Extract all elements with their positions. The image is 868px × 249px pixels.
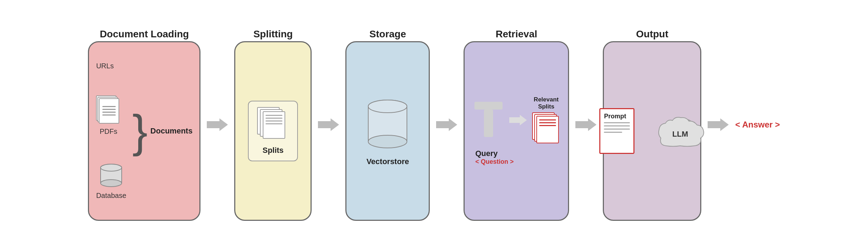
arrow-1 xyxy=(207,118,228,131)
doc-loading-title: Document Loading xyxy=(100,29,189,40)
source-pdfs: PDFs xyxy=(96,95,121,136)
stage-doc-loading: Document Loading URLs xyxy=(88,29,200,221)
llm-group: LLM xyxy=(656,113,705,149)
arrow-3 xyxy=(436,118,457,131)
cloud-svg: LLM xyxy=(656,113,705,149)
arrow-svg-4 xyxy=(575,118,596,131)
doc-loading-inner: URLs xyxy=(96,49,192,213)
question-label: < Question > xyxy=(475,158,513,166)
pdf-icon xyxy=(96,95,121,125)
pdfs-label: PDFs xyxy=(100,127,117,136)
inner-arrow-svg xyxy=(509,115,527,125)
cylinder-icon xyxy=(361,96,414,154)
pdf-page1 xyxy=(99,98,119,124)
query-section: Query < Question > xyxy=(472,149,561,166)
prompt-line-1 xyxy=(604,122,630,123)
svg-point-10 xyxy=(368,135,407,148)
query-arrow-svg xyxy=(473,100,504,139)
stage-retrieval: Retrieval xyxy=(464,29,569,221)
prompt-label: Prompt xyxy=(604,113,626,120)
arrow-svg-2 xyxy=(318,118,339,131)
relevant-splits-title: Relevant Splits xyxy=(534,96,559,110)
output-title: Output xyxy=(636,29,669,40)
splits-label: Splits xyxy=(262,146,283,155)
splitting-box: Splits xyxy=(234,41,312,221)
splits-icon xyxy=(257,107,289,142)
rel-splits-icon xyxy=(532,112,560,144)
retrieval-top-row: Relevant Splits xyxy=(472,96,561,144)
vectorstore-label: Vectorstore xyxy=(366,157,409,166)
arrow-5 xyxy=(708,118,729,131)
relevant-splits-group: Relevant Splits xyxy=(532,96,560,144)
svg-rect-15 xyxy=(474,102,503,110)
stage-storage: Storage Vectorstore xyxy=(345,29,430,221)
storage-title: Storage xyxy=(369,29,406,40)
svg-marker-18 xyxy=(575,118,596,131)
prompt-group: Prompt xyxy=(599,108,634,154)
arrow-svg-1 xyxy=(207,118,228,131)
query-label: Query xyxy=(475,149,498,158)
diagram-container: Document Loading URLs xyxy=(0,0,868,249)
source-urls: URLs xyxy=(96,62,114,70)
prompt-line-4 xyxy=(604,132,622,133)
cylinder-svg xyxy=(361,96,414,152)
stage-splitting: Splitting Splits xyxy=(234,29,312,221)
svg-marker-6 xyxy=(207,118,228,131)
arrow-4 xyxy=(575,118,596,131)
svg-point-2 xyxy=(101,180,122,187)
prompt-line-3 xyxy=(604,129,630,130)
splitting-title: Splitting xyxy=(253,29,293,40)
arrow-2 xyxy=(318,118,339,131)
documents-label: Documents xyxy=(151,126,193,136)
output-inner: Prompt xyxy=(611,49,693,213)
retrieval-inner: Relevant Splits xyxy=(472,49,561,213)
split-page1 xyxy=(263,111,285,139)
doc-sources: URLs xyxy=(96,49,132,213)
vectorstore-inner: Vectorstore xyxy=(361,96,414,166)
query-arrow-icon xyxy=(473,100,504,140)
svg-marker-31 xyxy=(708,118,729,131)
source-database: Database xyxy=(96,161,126,200)
database-label: Database xyxy=(96,192,126,200)
storage-box: Vectorstore xyxy=(345,41,430,221)
prompt-doc: Prompt xyxy=(599,108,634,154)
svg-marker-7 xyxy=(318,118,339,131)
retrieval-box: Relevant Splits xyxy=(464,41,569,221)
rel-page1 xyxy=(536,116,559,143)
stage-output: Output Prompt xyxy=(603,29,701,221)
output-box: Prompt xyxy=(603,41,701,221)
doc-loading-box: URLs xyxy=(88,41,200,221)
svg-text:LLM: LLM xyxy=(672,130,688,138)
svg-point-5 xyxy=(101,164,122,171)
retrieval-title: Retrieval xyxy=(496,29,537,40)
arrow-svg-5 xyxy=(708,118,729,131)
splits-inner: Splits xyxy=(248,101,298,161)
db-svg xyxy=(97,161,125,189)
svg-marker-14 xyxy=(436,118,457,131)
svg-rect-16 xyxy=(484,110,493,137)
db-icon xyxy=(97,161,125,189)
arrow-svg-3 xyxy=(436,118,457,131)
svg-marker-17 xyxy=(509,115,527,125)
answer-label: < Answer > xyxy=(735,120,780,130)
curly-brace: } xyxy=(132,108,147,154)
prompt-line-2 xyxy=(604,125,630,126)
svg-point-13 xyxy=(368,100,407,113)
urls-label: URLs xyxy=(96,62,114,70)
